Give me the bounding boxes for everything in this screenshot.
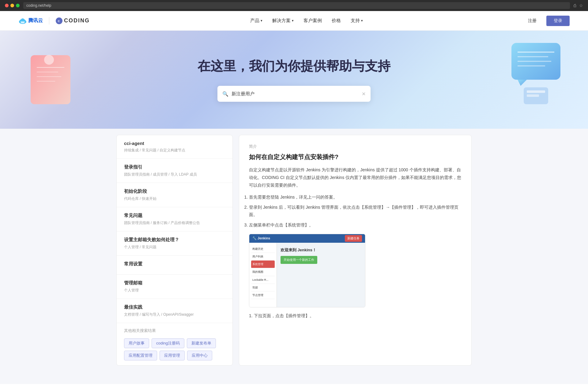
nav-support[interactable]: 支持 [351,18,363,24]
tencent-logo[interactable]: 腾讯云 [18,17,43,24]
coding-text: CODING [64,17,90,24]
login-button[interactable]: 登录 [546,16,570,26]
hero-decoration-right [502,37,570,113]
hero-title: 在这里，我们为你提供帮助与支持 [198,58,390,75]
tag-app-config[interactable]: 应用配置管理 [124,351,157,360]
svg-text:C: C [58,20,61,23]
navbar: 腾讯云 C CODING 产品 解决方案 客户案例 价格 支持 注册 登录 [0,11,588,31]
jenkins-header: 🔧 Jenkins 新建任务 [249,234,365,243]
result-breadcrumb: 团队管理员指南 / 服务订购 / 产品价格调整公告 [124,220,225,226]
result-item-cci[interactable]: cci-agent 持续集成 / 常见问题 / 自定义构建节点 [117,135,232,159]
search-results-panel: cci-agent 持续集成 / 常见问题 / 自定义构建节点 登录指引 团队管… [116,135,233,366]
svg-point-14 [44,55,54,65]
coding-logo-icon: C [55,17,63,25]
jenkins-sidebar-lockable[interactable]: Lockable R... [251,276,275,284]
step-2-text: 登录到 Jenkins 后，可以看到 Jenkins 管理界面，依次点击【系统管… [249,205,459,217]
result-item-login[interactable]: 登录指引 团队管理员指南 / 成员管理 / 导入 LDAP 成员 [117,159,232,183]
tag-app-manage[interactable]: 应用管理 [160,351,185,360]
minimize-dot[interactable] [10,4,14,7]
step-3: 左侧菜单栏中点击【系统管理】。 [249,222,462,229]
jenkins-title: 🔧 Jenkins [252,235,270,242]
result-breadcrumb: 个人管理 / 常见问题 [124,245,225,250]
search-input[interactable] [232,91,362,97]
svg-marker-20 [518,80,527,86]
tag-coding-code[interactable]: coding注册码 [152,338,184,348]
result-title: 最佳实践 [124,304,225,310]
result-title: 设置主邮箱失败如何处理？ [124,237,225,243]
tag-user-story[interactable]: 用户故事 [124,338,149,348]
article-title: 如何在自定义构建节点安装插件? [249,153,462,161]
jenkins-body: 构建历史 用户列表 系统管理 我的视图 Lockable R... 凭据 节点管… [249,243,365,307]
svg-point-3 [21,18,24,22]
nav-cases[interactable]: 客户案例 [303,18,322,24]
main-content: cci-agent 持续集成 / 常见问题 / 自定义构建节点 登录指引 团队管… [110,129,478,372]
jenkins-screenshot: 🔧 Jenkins 新建任务 构建历史 用户列表 系统管理 我的视图 [249,234,365,307]
jenkins-sidebar-myview[interactable]: 我的视图 [251,268,275,276]
tag-app-center[interactable]: 应用中心 [187,351,212,360]
step-3-text: 左侧菜单栏中点击【系统管理】。 [249,223,313,227]
result-title: cci-agent [124,141,225,146]
result-breadcrumb: 个人管理 [124,288,225,293]
result-item-faq[interactable]: 常见问题 团队管理员指南 / 服务订购 / 产品价格调整公告 [117,207,232,231]
url-bar[interactable]: coding.net/help [23,2,570,9]
jenkins-main: 欢迎来到 Jenkins！ 开始使用一个新的工作 [277,243,365,307]
article-steps: 首先需要您登陆 Jenkins，详见上一问的答案。 登录到 Jenkins 后，… [249,194,462,229]
result-title: 登录指引 [124,164,225,170]
search-icon: 🔍 [222,91,228,97]
bookmark-icon[interactable]: ☆ [579,3,583,8]
maximize-dot[interactable] [16,4,20,7]
result-breadcrumb: 持续集成 / 常见问题 / 自定义构建节点 [124,148,225,153]
share-icon[interactable]: ⎙ [574,3,576,8]
jenkins-sidebar-nodes[interactable]: 节点管理 [251,291,275,299]
result-item-email-fail[interactable]: 设置主邮箱失败如何处理？ 个人管理 / 常见问题 [117,231,232,256]
article-footer: 1. 下拉页面，点击【插件管理】。 [249,312,462,320]
svg-rect-23 [527,94,539,97]
jenkins-mockup: 🔧 Jenkins 新建任务 构建历史 用户列表 系统管理 我的视图 [249,234,365,307]
nav-product[interactable]: 产品 [250,18,262,24]
browser-chrome: coding.net/help ⎙ ☆ [0,0,588,11]
browser-actions: ⎙ ☆ [574,3,583,8]
navbar-menu: 产品 解决方案 客户案例 价格 支持 [250,18,363,24]
tencent-cloud-icon [18,17,27,24]
result-breadcrumb: 团队管理员指南 / 成员管理 / 导入 LDAP 成员 [124,172,225,177]
result-title: 初始化阶段 [124,188,225,194]
result-title: 管理邮箱 [124,280,225,286]
result-item-manage-email[interactable]: 管理邮箱 个人管理 [117,275,232,299]
nav-solutions[interactable]: 解决方案 [272,18,294,24]
jenkins-sidebar-users[interactable]: 用户列表 [251,253,275,261]
section-label: 简介 [249,144,462,149]
url-text: coding.net/help [26,3,51,8]
tag-new-release[interactable]: 新建发布单 [187,338,216,348]
result-title: 常见问题 [124,213,225,219]
result-title: 常用设置 [124,261,225,267]
other-results-label: 其他相关搜索结果 [117,323,232,336]
register-button[interactable]: 注册 [523,16,541,25]
search-box: 🔍 ✕ [217,86,371,102]
result-item-best-practice[interactable]: 最佳实践 文档管理 / 编写与导入 / OpenAPI/Swagger [117,299,232,323]
article-panel: 简介 如何在自定义构建节点安装插件? 自定义构建节点是以开源软件 Jenkins… [239,135,472,366]
logo-area: 腾讯云 C CODING [18,17,90,25]
result-item-common-settings[interactable]: 常用设置 [117,256,232,275]
clear-search-icon[interactable]: ✕ [362,91,366,97]
jenkins-sidebar-credentials[interactable]: 凭据 [251,284,275,291]
step-2: 登录到 Jenkins 后，可以看到 Jenkins 管理界面，依次点击【系统管… [249,204,462,219]
navbar-actions: 注册 登录 [523,16,570,26]
hero-section: 在这里，我们为你提供帮助与支持 🔍 ✕ [0,31,588,129]
step-1-text: 首先需要您登陆 Jenkins，详见上一问的答案。 [249,195,337,200]
coding-logo[interactable]: C CODING [55,17,90,25]
close-dot[interactable] [5,4,9,7]
result-breadcrumb: 代码仓库 / 快速开始 [124,196,225,201]
jenkins-sidebar: 构建历史 用户列表 系统管理 我的视图 Lockable R... 凭据 节点管… [249,243,277,307]
result-tags: 用户故事 coding注册码 新建发布单 应用配置管理 应用管理 应用中心 [117,336,232,365]
nav-pricing[interactable]: 价格 [332,18,341,24]
result-item-init[interactable]: 初始化阶段 代码仓库 / 快速开始 [117,183,232,207]
jenkins-new-task-btn[interactable]: 新建任务 [345,235,362,242]
jenkins-sidebar-sysmanage[interactable]: 系统管理 [251,261,275,268]
hero-decoration-left [24,43,86,110]
jenkins-sidebar-history[interactable]: 构建历史 [251,245,275,253]
window-controls [5,4,20,7]
jenkins-start-btn[interactable]: 开始使用一个新的工作 [281,256,317,264]
result-breadcrumb: 文档管理 / 编写与导入 / OpenAPI/Swagger [124,312,225,317]
tencent-cloud-text: 腾讯云 [28,17,43,24]
jenkins-welcome-text: 欢迎来到 Jenkins！ [281,246,361,253]
